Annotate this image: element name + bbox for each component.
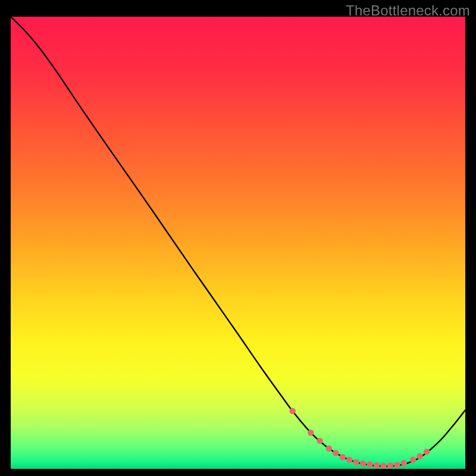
highlight-dot [317, 438, 322, 444]
highlight-dot [346, 457, 352, 463]
highlight-dot [387, 462, 393, 468]
highlight-dot [333, 450, 339, 456]
highlight-dot [416, 453, 422, 459]
highlight-dot [289, 408, 295, 414]
highlight-dot [424, 449, 430, 455]
highlight-dot [353, 459, 359, 465]
highlight-dot [380, 462, 386, 468]
highlight-dot [410, 457, 416, 463]
highlight-dot [340, 454, 346, 460]
chart-plot [11, 17, 465, 469]
highlight-dot [326, 446, 332, 452]
highlight-dot [360, 461, 366, 466]
highlight-dot [374, 462, 380, 468]
highlight-dot [367, 461, 372, 467]
highlight-dot [308, 430, 314, 436]
gradient-background [11, 17, 465, 469]
chart-svg [11, 17, 465, 469]
chart-frame: TheBottleneck.com [0, 0, 476, 476]
highlight-dot [394, 462, 400, 468]
highlight-dot [401, 460, 407, 466]
